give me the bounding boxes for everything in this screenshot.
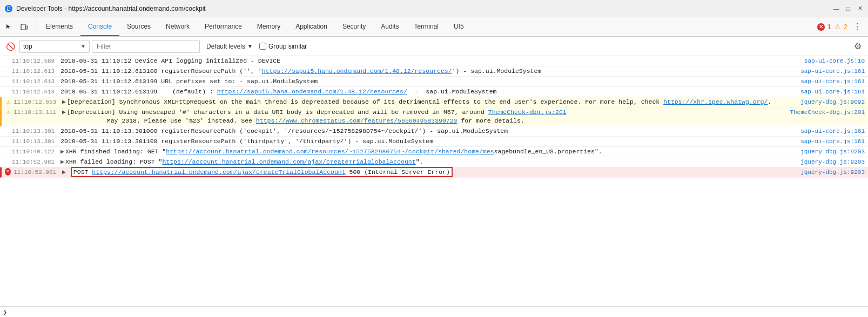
log-timestamp: 11:10:52.981: [12, 158, 60, 166]
group-similar-option[interactable]: Group similar: [259, 43, 307, 50]
clear-console-button[interactable]: 🚫: [3, 39, 17, 53]
devtools-icon: D: [4, 4, 13, 13]
log-timestamp: 11:10:12.613: [12, 87, 60, 96]
warn-icon: ⚠: [5, 108, 12, 117]
device-toggle-icon[interactable]: [17, 20, 31, 34]
log-link[interactable]: https://sapui5.hana.ondemand.com/1.48.12…: [262, 68, 452, 75]
tab-audits[interactable]: Audits: [373, 17, 406, 36]
log-row-warn: ⚠ 11:10:12.653 ▶[Deprecation] Synchronou…: [0, 97, 868, 107]
console-toolbar: 🚫 top ▼ Default levels ▼ Group similar ⚙: [0, 37, 868, 56]
log-link[interactable]: https://account.hanatrial.ondemand.com/r…: [166, 148, 494, 155]
select-cursor-icon[interactable]: [2, 20, 16, 34]
group-similar-checkbox[interactable]: [259, 43, 266, 50]
log-source[interactable]: sap-ui-core.js:161: [778, 137, 865, 146]
log-message: ▶ POST https://account.hanatrial.ondeman…: [62, 168, 778, 177]
error-circle-icon: ✕: [5, 168, 11, 176]
log-source[interactable]: jquery-dbg.js:9092: [778, 98, 865, 106]
tab-console[interactable]: Console: [80, 17, 119, 36]
log-message: 2018-05-31 11:10:12.613199 (default) : h…: [60, 87, 778, 96]
log-timestamp: 11:10:12.653: [14, 98, 62, 106]
svg-text:D: D: [6, 6, 10, 12]
log-message: 2018-05-31 11:10:12 Device API logging i…: [60, 57, 778, 65]
log-source[interactable]: sap-ui-core.js:161: [778, 67, 865, 76]
log-link2[interactable]: https://www.chromestatus.com/features/56…: [256, 117, 457, 124]
log-row: 11:10:12.613 2018-05-31 11:10:12.613199 …: [0, 77, 868, 87]
expand-arrow-icon[interactable]: ▶: [60, 148, 64, 155]
tab-memory[interactable]: Memory: [250, 17, 288, 36]
tab-network[interactable]: Network: [158, 17, 197, 36]
log-row: 11:10:13.301 2018-05-31 11:10:13.301100 …: [0, 137, 868, 147]
log-timestamp: 11:10:40.122: [12, 147, 60, 156]
console-input-line: ❯: [0, 306, 868, 317]
expand-arrow-icon[interactable]: ▶: [62, 109, 66, 116]
tab-right-area: ✕ 1 ⚠ 2 ⋮: [817, 17, 868, 36]
log-link[interactable]: ThemeCheck-dbg.js:201: [488, 109, 567, 116]
warn-icon: ⚠: [5, 98, 12, 106]
log-link[interactable]: https://account.hanatrial.ondemand.com/a…: [92, 168, 345, 176]
log-link[interactable]: https://account.hanatrial.ondemand.com/a…: [162, 158, 415, 165]
log-row: 11:10:13.301 2018-05-31 11:10:13.301000 …: [0, 126, 868, 137]
log-source[interactable]: sap-ui-core.js:161: [778, 87, 865, 96]
group-similar-label: Group similar: [268, 43, 307, 50]
log-timestamp: 11:10:13.301: [12, 137, 60, 146]
log-source[interactable]: jquery-dbg.js:9203: [778, 168, 865, 177]
log-message: ▶[Deprecation] Synchronous XMLHttpReques…: [62, 98, 778, 106]
log-link[interactable]: https://sapui5.hana.ondemand.com/1.48.12…: [217, 88, 407, 95]
more-options-button[interactable]: ⋮: [851, 21, 864, 33]
settings-button[interactable]: ⚙: [851, 39, 865, 53]
cursor-caret-icon: ❯: [3, 308, 7, 316]
log-source[interactable]: sap-ui-core.js:161: [778, 77, 865, 86]
tab-security[interactable]: Security: [335, 17, 373, 36]
error-highlighted-text: POST https://account.hanatrial.ondemand.…: [71, 167, 453, 177]
tab-application[interactable]: Application: [288, 17, 335, 36]
expand-arrow-icon[interactable]: ▶: [62, 168, 66, 176]
svg-rect-3: [26, 26, 28, 29]
log-row: 11:10:12.613 2018-05-31 11:10:12.613100 …: [0, 66, 868, 77]
log-message: ▶XHR finished loading: GET "https://acco…: [60, 147, 778, 156]
warn-triangle-icon: ⚠: [834, 23, 842, 31]
log-message: ▶[Deprecation] Using unescaped '#' chara…: [62, 108, 778, 125]
tab-ui5[interactable]: UI5: [446, 17, 472, 36]
expand-arrow-icon[interactable]: ▶: [60, 158, 64, 165]
log-timestamp: 11:10:13.111: [14, 108, 62, 117]
context-selector[interactable]: top ▼: [19, 40, 90, 53]
log-message: 2018-05-31 11:10:13.301000 registerResou…: [60, 127, 778, 136]
log-timestamp: 11:10:12.613: [12, 77, 60, 86]
error-badge: ✕ 1: [817, 23, 831, 31]
nav-left-icons: [2, 17, 36, 36]
log-message: 2018-05-31 11:10:13.301100 registerResou…: [60, 137, 778, 146]
log-link[interactable]: https://xhr.spec.whatwg.org/: [663, 98, 768, 105]
chevron-down-icon: ▼: [247, 43, 253, 49]
log-timestamp: 11:10:13.301: [12, 127, 60, 136]
cursor-text[interactable]: [9, 308, 865, 316]
log-row-warn: ⚠ 11:10:13.111 ▶[Deprecation] Using unes…: [0, 107, 868, 126]
log-source[interactable]: sap-ui-core.js:161: [778, 127, 865, 136]
log-timestamp: 11:10:12.589: [12, 57, 60, 65]
window-controls: — □ ✕: [832, 5, 864, 12]
log-row-error: ✕ 11:10:52.981 ▶ POST https://account.ha…: [0, 167, 868, 178]
log-message: 2018-05-31 11:10:12.613100 registerResou…: [60, 67, 778, 76]
log-source[interactable]: ThemeCheck-dbg.js:201: [778, 108, 865, 117]
close-button[interactable]: ✕: [856, 5, 864, 12]
log-row: 11:10:40.122 ▶XHR finished loading: GET …: [0, 147, 868, 157]
error-circle-icon: ✕: [817, 23, 825, 31]
log-source[interactable]: jquery-dbg.js:9203: [778, 158, 865, 166]
log-message: ▶XHR failed loading: POST "https://accou…: [60, 158, 778, 166]
error-icon: ✕: [5, 168, 12, 176]
log-source[interactable]: sap-ui-core.js:10: [778, 57, 865, 65]
minimize-button[interactable]: —: [832, 5, 840, 12]
tab-elements[interactable]: Elements: [38, 17, 80, 36]
log-source[interactable]: jquery-dbg.js:9203: [778, 147, 865, 156]
tab-terminal[interactable]: Terminal: [407, 17, 446, 36]
filter-input[interactable]: [92, 40, 200, 53]
tab-sources[interactable]: Sources: [119, 17, 158, 36]
maximize-button[interactable]: □: [844, 5, 852, 12]
expand-arrow-icon[interactable]: ▶: [62, 98, 66, 105]
default-levels-button[interactable]: Default levels ▼: [202, 40, 257, 53]
context-dropdown-icon: ▼: [80, 43, 86, 49]
console-log-area: 11:10:12.589 2018-05-31 11:10:12 Device …: [0, 56, 868, 306]
svg-rect-2: [21, 24, 25, 30]
log-message: 2018-05-31 11:10:12.613199 URL prefixes …: [60, 77, 778, 86]
tab-performance[interactable]: Performance: [197, 17, 250, 36]
log-timestamp: 11:10:12.613: [12, 67, 60, 76]
